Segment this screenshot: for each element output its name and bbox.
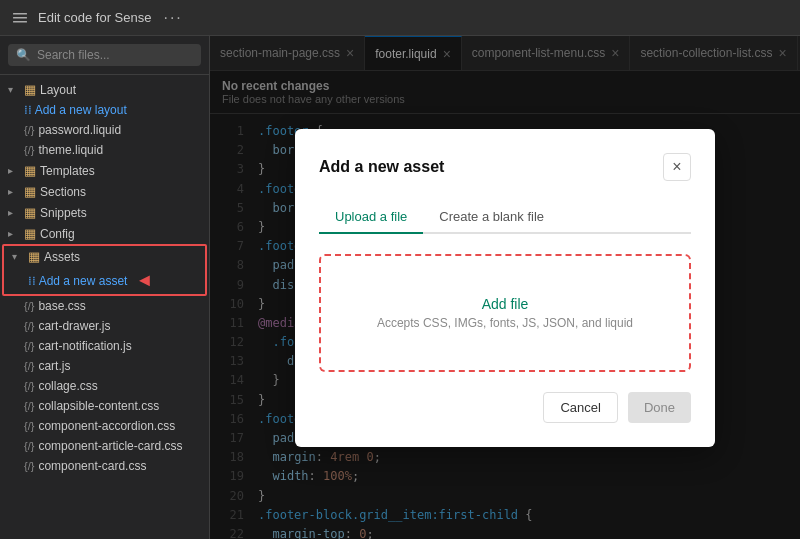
sidebar-item-sections[interactable]: ▸ ▦ Sections xyxy=(0,181,209,202)
chevron-down-icon: ▾ xyxy=(8,84,20,95)
sidebar-label-component-accordion: component-accordion.css xyxy=(38,419,175,433)
folder-icon: ▦ xyxy=(24,163,36,178)
sidebar-item-layout[interactable]: ▾ ▦ Layout xyxy=(0,79,209,100)
file-icon: {/} xyxy=(24,440,34,452)
search-icon: 🔍 xyxy=(16,48,31,62)
sidebar-tree: ▾ ▦ Layout ⁞⁞ Add a new layout {/} passw… xyxy=(0,75,209,539)
modal-close-button[interactable]: × xyxy=(663,153,691,181)
search-box: 🔍 xyxy=(8,44,201,66)
file-icon: {/} xyxy=(24,320,34,332)
file-icon: {/} xyxy=(24,300,34,312)
chevron-right-icon: ▸ xyxy=(8,228,20,239)
upload-area[interactable]: Add file Accepts CSS, IMGs, fonts, JS, J… xyxy=(319,254,691,372)
sidebar-item-cart-notification[interactable]: {/} cart-notification.js xyxy=(0,336,209,356)
arrow-indicator: ◄ xyxy=(135,270,153,291)
sidebar-item-templates[interactable]: ▸ ▦ Templates xyxy=(0,160,209,181)
file-icon: {/} xyxy=(24,420,34,432)
file-icon: {/} xyxy=(24,380,34,392)
upload-link[interactable]: Add file xyxy=(341,296,669,312)
assets-section: ▾ ▦ Assets ⁞⁞ Add a new asset ◄ xyxy=(2,244,207,296)
sidebar-item-assets[interactable]: ▾ ▦ Assets xyxy=(4,246,205,267)
search-container: 🔍 xyxy=(0,36,209,75)
sidebar-item-component-accordion[interactable]: {/} component-accordion.css xyxy=(0,416,209,436)
done-button[interactable]: Done xyxy=(628,392,691,423)
modal-header: Add a new asset × xyxy=(319,153,691,181)
file-icon: {/} xyxy=(24,144,34,156)
app-container: Edit code for Sense ··· 🔍 ▾ ▦ Layout ⁞⁞ xyxy=(0,0,800,539)
svg-rect-2 xyxy=(13,21,27,23)
sidebar-label-add-asset: ⁞⁞ Add a new asset xyxy=(28,274,127,288)
sidebar-item-collapsible[interactable]: {/} collapsible-content.css xyxy=(0,396,209,416)
sidebar-item-theme[interactable]: {/} theme.liquid xyxy=(0,140,209,160)
sidebar-label-cart-js: cart.js xyxy=(38,359,70,373)
svg-rect-1 xyxy=(13,17,27,19)
modal-tab-upload[interactable]: Upload a file xyxy=(319,201,423,234)
sidebar-label-component-article: component-article-card.css xyxy=(38,439,182,453)
file-icon: {/} xyxy=(24,400,34,412)
chevron-right-icon: ▸ xyxy=(8,165,20,176)
sidebar-item-add-asset[interactable]: ⁞⁞ Add a new asset ◄ xyxy=(4,267,205,294)
sidebar-item-component-article-card[interactable]: {/} component-article-card.css xyxy=(0,436,209,456)
folder-icon: ▦ xyxy=(28,249,40,264)
sidebar-label-component-card: component-card.css xyxy=(38,459,146,473)
search-input[interactable] xyxy=(37,48,193,62)
file-icon: {/} xyxy=(24,340,34,352)
sidebar-item-component-card[interactable]: {/} component-card.css xyxy=(0,456,209,476)
modal-footer: Cancel Done xyxy=(319,392,691,423)
folder-icon: ▦ xyxy=(24,184,36,199)
cancel-button[interactable]: Cancel xyxy=(543,392,617,423)
page-title: Edit code for Sense xyxy=(38,10,151,25)
sidebar-item-cart-js[interactable]: {/} cart.js xyxy=(0,356,209,376)
top-bar: Edit code for Sense ··· xyxy=(0,0,800,36)
sidebar-label-sections: Sections xyxy=(40,185,86,199)
folder-icon: ▦ xyxy=(24,205,36,220)
chevron-right-icon: ▸ xyxy=(8,207,20,218)
sidebar-label-assets: Assets xyxy=(44,250,80,264)
sidebar-item-collage[interactable]: {/} collage.css xyxy=(0,376,209,396)
editor-area: section-main-page.css × footer.liquid × … xyxy=(210,36,800,539)
sidebar-item-config[interactable]: ▸ ▦ Config xyxy=(0,223,209,244)
sidebar-item-add-layout[interactable]: ⁞⁞ Add a new layout xyxy=(0,100,209,120)
file-icon: {/} xyxy=(24,124,34,136)
sidebar-label-cart-notification: cart-notification.js xyxy=(38,339,131,353)
sidebar-label-base-css: base.css xyxy=(38,299,85,313)
sidebar: 🔍 ▾ ▦ Layout ⁞⁞ Add a new layout {/} pas… xyxy=(0,36,210,539)
more-options-icon[interactable]: ··· xyxy=(163,9,182,27)
sidebar-label-templates: Templates xyxy=(40,164,95,178)
modal-tabs: Upload a file Create a blank file xyxy=(319,201,691,234)
modal-add-asset: Add a new asset × Upload a file Create a… xyxy=(295,129,715,447)
modal-overlay: Add a new asset × Upload a file Create a… xyxy=(210,36,800,539)
sidebar-label-password: password.liquid xyxy=(38,123,121,137)
sidebar-label-config: Config xyxy=(40,227,75,241)
folder-icon: ▦ xyxy=(24,82,36,97)
sidebar-toggle-icon[interactable] xyxy=(10,8,30,28)
sidebar-label-theme: theme.liquid xyxy=(38,143,103,157)
sidebar-item-base-css[interactable]: {/} base.css xyxy=(0,296,209,316)
sidebar-item-cart-drawer[interactable]: {/} cart-drawer.js xyxy=(0,316,209,336)
file-icon: {/} xyxy=(24,360,34,372)
sidebar-label-cart-drawer: cart-drawer.js xyxy=(38,319,110,333)
svg-rect-0 xyxy=(13,13,27,15)
folder-icon: ▦ xyxy=(24,226,36,241)
sidebar-label-collapsible: collapsible-content.css xyxy=(38,399,159,413)
modal-title: Add a new asset xyxy=(319,158,444,176)
main-content: 🔍 ▾ ▦ Layout ⁞⁞ Add a new layout {/} pas… xyxy=(0,36,800,539)
sidebar-item-password[interactable]: {/} password.liquid xyxy=(0,120,209,140)
sidebar-label-layout: Layout xyxy=(40,83,76,97)
chevron-down-icon: ▾ xyxy=(12,251,24,262)
chevron-right-icon: ▸ xyxy=(8,186,20,197)
sidebar-label-collage: collage.css xyxy=(38,379,97,393)
sidebar-label-add-layout: ⁞⁞ Add a new layout xyxy=(24,103,127,117)
file-icon: {/} xyxy=(24,460,34,472)
upload-description: Accepts CSS, IMGs, fonts, JS, JSON, and … xyxy=(341,316,669,330)
sidebar-label-snippets: Snippets xyxy=(40,206,87,220)
modal-tab-blank[interactable]: Create a blank file xyxy=(423,201,560,234)
sidebar-item-snippets[interactable]: ▸ ▦ Snippets xyxy=(0,202,209,223)
